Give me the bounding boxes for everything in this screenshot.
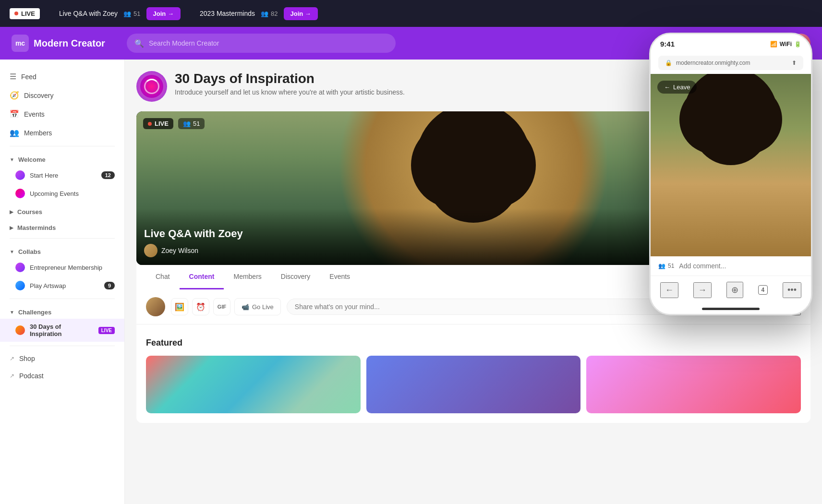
phone-comment-bar: 👥 51 bbox=[651, 256, 811, 276]
video-live-label: LIVE bbox=[155, 120, 169, 127]
section-welcome[interactable]: ▼ Welcome bbox=[0, 150, 124, 166]
sidebar-item-start-here[interactable]: Start Here 12 bbox=[0, 166, 124, 184]
tab-events[interactable]: Events bbox=[320, 265, 360, 289]
entrepreneur-label: Entrepreneur Membership bbox=[30, 264, 102, 271]
top-live-bar: LIVE Live Q&A with Zoey 👥 51 Join → 2023… bbox=[0, 0, 822, 27]
artswap-count: 9 bbox=[104, 282, 115, 289]
section-masterminds-label: Masterminds bbox=[17, 224, 56, 231]
section-collabs[interactable]: ▼ Collabs bbox=[0, 242, 124, 258]
phone-forward-button[interactable]: → bbox=[693, 282, 712, 298]
video-live-dot bbox=[148, 122, 152, 126]
shop-label: Shop bbox=[19, 355, 35, 362]
featured-card-2[interactable] bbox=[366, 356, 581, 413]
phone-video-hair bbox=[692, 88, 769, 165]
artswap-label: Play Artswap bbox=[30, 282, 66, 289]
chevron-challenges: ▼ bbox=[10, 310, 14, 315]
sidebar-item-shop[interactable]: ↗ Shop bbox=[0, 350, 124, 367]
home-bar bbox=[702, 308, 760, 310]
live-event-2-viewers: 👥 82 bbox=[261, 10, 278, 17]
artswap-icon bbox=[15, 281, 25, 290]
sidebar-item-feed[interactable]: ☰ Feed bbox=[0, 67, 124, 86]
sidebar-item-discovery[interactable]: 🧭 Discovery bbox=[0, 86, 124, 105]
video-viewer-count: 👥 51 bbox=[178, 118, 205, 129]
live-badge: LIVE bbox=[10, 8, 40, 19]
sidebar-item-events-label: Events bbox=[24, 110, 45, 118]
wifi-icon: WiFi bbox=[780, 41, 792, 48]
url-bar-inner[interactable]: 🔒 moderncreator.onmighty.com ⬆ bbox=[658, 56, 803, 70]
image-tool-button[interactable]: 🖼️ bbox=[171, 298, 188, 315]
tab-discovery[interactable]: Discovery bbox=[271, 265, 320, 289]
divider-1 bbox=[10, 146, 115, 146]
phone-indicators: 📶 WiFi 🔋 bbox=[770, 41, 801, 48]
join-event-2-button[interactable]: Join → bbox=[284, 7, 318, 20]
tab-content[interactable]: Content bbox=[180, 265, 224, 289]
phone-comment-input[interactable] bbox=[679, 262, 803, 270]
phone-status-bar: 9:41 📶 WiFi 🔋 bbox=[651, 34, 811, 52]
phone-nav: ← → ⊕ 4 ••• bbox=[651, 276, 811, 304]
lock-icon: 🔒 bbox=[665, 60, 672, 66]
logo-area: mc Modern Creator bbox=[12, 35, 117, 52]
section-challenges[interactable]: ▼ Challenges bbox=[0, 303, 124, 319]
section-courses[interactable]: ▶ Courses bbox=[0, 203, 124, 218]
phone-tab-count[interactable]: 4 bbox=[758, 285, 768, 295]
sidebar-item-30days[interactable]: 30 Days of Inspiration LIVE bbox=[0, 319, 124, 342]
phone-more-button[interactable]: ••• bbox=[783, 282, 801, 298]
search-bar[interactable]: 🔍 bbox=[127, 34, 396, 53]
live-event-1: Live Q&A with Zoey 👥 51 Join → bbox=[59, 7, 181, 20]
community-icon bbox=[136, 71, 167, 102]
start-here-label: Start Here bbox=[30, 172, 58, 179]
upcoming-events-icon bbox=[15, 189, 25, 198]
clock-tool-button[interactable]: ⏰ bbox=[192, 298, 209, 315]
entrepreneur-icon bbox=[15, 263, 25, 272]
join-event-1-button[interactable]: Join → bbox=[146, 7, 181, 20]
phone-time: 9:41 bbox=[660, 40, 675, 48]
external-icon-shop: ↗ bbox=[10, 355, 14, 362]
sidebar-item-feed-label: Feed bbox=[21, 73, 36, 81]
podcast-label: Podcast bbox=[19, 372, 44, 380]
featured-card-3[interactable] bbox=[586, 356, 801, 413]
external-icon-podcast: ↗ bbox=[10, 372, 14, 379]
go-live-button[interactable]: 📹 Go Live bbox=[234, 298, 281, 315]
sidebar-item-discovery-label: Discovery bbox=[24, 92, 53, 99]
gif-tool-button[interactable]: GIF bbox=[213, 298, 230, 315]
sidebar-item-upcoming-events[interactable]: Upcoming Events bbox=[0, 184, 124, 203]
tab-members[interactable]: Members bbox=[224, 265, 271, 289]
author-avatar bbox=[144, 244, 157, 257]
leave-label: Leave bbox=[673, 84, 690, 91]
search-input[interactable] bbox=[149, 39, 388, 47]
feed-icon: ☰ bbox=[10, 72, 16, 81]
composer-tools: 🖼️ ⏰ GIF 📹 Go Live bbox=[171, 298, 281, 315]
featured-card-1[interactable] bbox=[146, 356, 361, 413]
phone-home-indicator bbox=[651, 304, 811, 314]
search-icon: 🔍 bbox=[134, 39, 144, 48]
live-event-1-viewers: 👥 51 bbox=[123, 10, 140, 17]
author-name: Zoey Wilson bbox=[161, 247, 198, 254]
signal-icon: 📶 bbox=[770, 41, 777, 48]
composer-avatar bbox=[146, 297, 165, 316]
brand-name: Modern Creator bbox=[34, 38, 105, 49]
video-overlay-top: LIVE 👥 51 bbox=[143, 118, 205, 129]
events-icon: 📅 bbox=[10, 109, 19, 119]
30days-live-badge: LIVE bbox=[98, 327, 115, 334]
section-masterminds[interactable]: ▶ Masterminds bbox=[0, 218, 124, 234]
phone-back-button[interactable]: ← bbox=[660, 282, 678, 298]
video-author-left: Zoey Wilson bbox=[144, 244, 198, 257]
sidebar-item-entrepreneur[interactable]: Entrepreneur Membership bbox=[0, 258, 124, 276]
section-challenges-label: Challenges bbox=[18, 309, 51, 316]
sidebar-item-artswap[interactable]: Play Artswap 9 bbox=[0, 276, 124, 295]
live-event-1-title: Live Q&A with Zoey bbox=[59, 10, 118, 17]
sidebar-item-podcast[interactable]: ↗ Podcast bbox=[0, 367, 124, 384]
sidebar-item-events[interactable]: 📅 Events bbox=[0, 105, 124, 123]
divider-3 bbox=[10, 299, 115, 299]
divider-2 bbox=[10, 238, 115, 239]
divider-4 bbox=[10, 346, 115, 346]
sidebar-item-members[interactable]: 👥 Members bbox=[0, 123, 124, 142]
tab-chat[interactable]: Chat bbox=[146, 265, 180, 289]
start-here-count: 12 bbox=[101, 171, 115, 179]
phone-leave-button[interactable]: ← Leave bbox=[657, 81, 697, 94]
phone-add-tab-button[interactable]: ⊕ bbox=[726, 282, 743, 298]
featured-section: Featured bbox=[136, 328, 810, 423]
live-event-2-title: 2023 Masterminds bbox=[200, 10, 255, 17]
chevron-masterminds: ▶ bbox=[10, 225, 13, 230]
back-arrow-icon: ← bbox=[664, 84, 670, 91]
